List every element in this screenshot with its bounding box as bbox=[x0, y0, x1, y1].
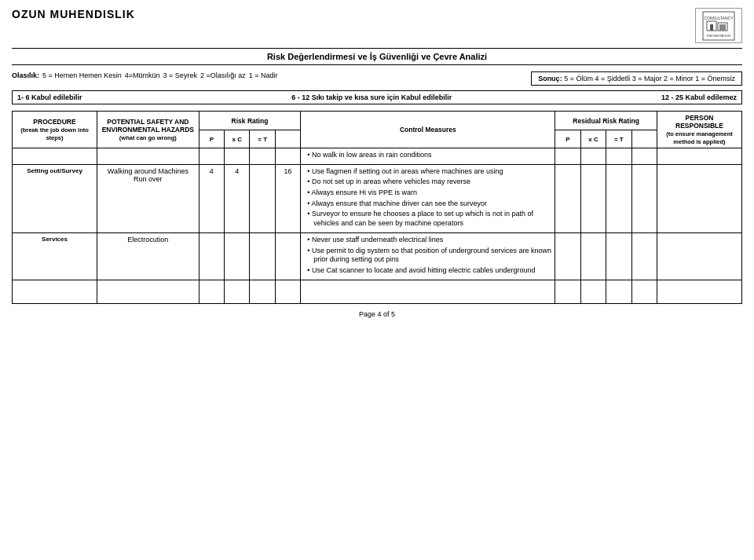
row2-measure-1: Use flagmen if setting out in areas wher… bbox=[304, 167, 551, 177]
svg-rect-5 bbox=[719, 24, 726, 31]
row3-res-x bbox=[580, 232, 606, 280]
sub-header-p2: P bbox=[555, 130, 580, 148]
row3-p bbox=[199, 232, 224, 280]
row1-procedure bbox=[13, 148, 97, 165]
document-title: Risk Değerlendirmesi ve İş Güvenliği ve … bbox=[12, 48, 742, 65]
company-logo: CONSULTANCY PRESENTATION bbox=[695, 8, 742, 43]
row1-c bbox=[250, 148, 275, 165]
row3-x bbox=[225, 232, 250, 280]
prob-item-3: 3 = Seyrek bbox=[163, 71, 197, 79]
row2-person bbox=[657, 164, 741, 232]
prob-item-2: 4=Mümkün bbox=[125, 71, 160, 79]
row2-c bbox=[250, 164, 275, 232]
table-row-empty bbox=[13, 280, 742, 303]
row2-hazard: Walking around MachinesRun over bbox=[97, 164, 199, 232]
table-row: No walk in low areas in rain conditions bbox=[13, 148, 742, 165]
page-header: OZUN MUHENDISLIK CONSULTANCY PRESENTATIO… bbox=[12, 8, 742, 43]
sub-header-x1: x C bbox=[225, 130, 250, 148]
col-header-control-measures: Control Measures bbox=[301, 112, 555, 148]
row1-res-x bbox=[580, 148, 606, 165]
row1-hazard bbox=[97, 148, 199, 165]
row3-measure-1: Never use staff underneath electrical li… bbox=[304, 236, 551, 245]
row3-measure-3: Use Cat scanner to locate and avoid hitt… bbox=[304, 266, 551, 276]
row2-measure-5: Surveyor to ensure he chooses a place to… bbox=[304, 210, 551, 228]
prob-item-5: 1 = Nadir bbox=[249, 71, 278, 79]
row3-person bbox=[657, 232, 741, 280]
page-footer: Page 4 of 5 bbox=[12, 310, 742, 318]
row1-control-measures: No walk in low areas in rain conditions bbox=[301, 148, 555, 165]
row1-x bbox=[225, 148, 250, 165]
svg-rect-3 bbox=[710, 24, 713, 31]
row2-x: 4 bbox=[225, 164, 250, 232]
sub-header-t2 bbox=[631, 130, 657, 148]
row1-res-c bbox=[606, 148, 631, 165]
kabul-item-3: 12 - 25 Kabul edilemez bbox=[661, 93, 737, 101]
row3-res-t bbox=[631, 232, 657, 280]
empty-control bbox=[301, 280, 555, 303]
row2-measure-2: Do not set up in areas where vehicles ma… bbox=[304, 178, 551, 187]
sub-header-c1: = T bbox=[250, 130, 275, 148]
table-row: Services Electrocution Never use staff u… bbox=[13, 232, 742, 280]
sub-header-t1 bbox=[275, 130, 300, 148]
empty-procedure bbox=[13, 280, 97, 303]
col-header-hazard: POTENTIAL SAFETY AND ENVIRONMENTAL HAZAR… bbox=[97, 112, 199, 148]
page-number: Page 4 of 5 bbox=[359, 310, 395, 318]
row3-measure-2: Use permit to dig system so that positio… bbox=[304, 247, 551, 265]
risk-assessment-table: PROCEDURE (break the job down into steps… bbox=[12, 111, 742, 304]
row2-p: 4 bbox=[199, 164, 224, 232]
sub-header-c2: = T bbox=[606, 130, 631, 148]
kabul-item-1: 1- 6 Kabul edilebilir bbox=[17, 93, 82, 101]
row2-t: 16 bbox=[275, 164, 300, 232]
empty-p bbox=[199, 280, 224, 303]
row2-measure-4: Always ensure that machine driver can se… bbox=[304, 199, 551, 209]
row3-hazard: Electrocution bbox=[97, 232, 199, 280]
sonuc-box: Sonuç: 5 = Ölüm 4 = Şiddetli 3 = Major 2… bbox=[531, 71, 742, 86]
sonuc-label: Sonuç: bbox=[538, 75, 562, 82]
empty-c bbox=[250, 280, 275, 303]
probability-row: Olasılık: 5 = Hemen Hemen Kesin 4=Mümkün… bbox=[12, 71, 742, 86]
empty-res-x bbox=[580, 280, 606, 303]
row2-res-x bbox=[580, 164, 606, 232]
row3-t bbox=[275, 232, 300, 280]
row2-procedure: Setting out/Survey bbox=[13, 164, 97, 232]
col-header-person: PERSON RESPONSIBLE (to ensure management… bbox=[657, 112, 741, 148]
svg-text:CONSULTANCY: CONSULTANCY bbox=[704, 16, 734, 20]
row1-res-p bbox=[555, 148, 580, 165]
row3-res-c bbox=[606, 232, 631, 280]
col-header-residual-risk: Residual Risk Rating bbox=[555, 112, 657, 130]
row1-measure-1: No walk in low areas in rain conditions bbox=[304, 151, 551, 160]
row3-control-measures: Never use staff underneath electrical li… bbox=[301, 232, 555, 280]
sub-header-p1: P bbox=[199, 130, 224, 148]
row1-res-t bbox=[631, 148, 657, 165]
row1-t bbox=[275, 148, 300, 165]
row3-procedure: Services bbox=[13, 232, 97, 280]
kabul-row: 1- 6 Kabul edilebilir 6 - 12 Sıkı takip … bbox=[12, 90, 742, 104]
row2-res-c bbox=[606, 164, 631, 232]
col-header-risk-rating: Risk Rating bbox=[199, 112, 301, 130]
empty-res-p bbox=[555, 280, 580, 303]
company-name: OZUN MUHENDISLIK bbox=[12, 8, 135, 20]
row3-c bbox=[250, 232, 275, 280]
table-row: Setting out/Survey Walking around Machin… bbox=[13, 164, 742, 232]
row2-measure-3: Always ensure Hi vis PPE is warn bbox=[304, 188, 551, 198]
empty-x bbox=[225, 280, 250, 303]
row1-p bbox=[199, 148, 224, 165]
row2-control-measures: Use flagmen if setting out in areas wher… bbox=[301, 164, 555, 232]
prob-item-1: 5 = Hemen Hemen Kesin bbox=[42, 71, 122, 79]
empty-person bbox=[657, 280, 741, 303]
row3-res-p bbox=[555, 232, 580, 280]
empty-res-c bbox=[606, 280, 631, 303]
empty-t bbox=[275, 280, 300, 303]
probability-label: Olasılık: bbox=[12, 71, 39, 79]
kabul-item-2: 6 - 12 Sıkı takip ve kısa sure için Kabu… bbox=[291, 93, 452, 101]
col-header-procedure: PROCEDURE (break the job down into steps… bbox=[13, 112, 97, 148]
sonuc-item-1: 5 = Ölüm 4 = Şiddetli 3 = Major 2 = Mino… bbox=[564, 75, 735, 82]
empty-res-t bbox=[631, 280, 657, 303]
row2-res-t bbox=[631, 164, 657, 232]
prob-item-4: 2 =Olasılığı az bbox=[200, 71, 246, 79]
svg-text:PRESENTATION: PRESENTATION bbox=[707, 34, 731, 38]
empty-hazard bbox=[97, 280, 199, 303]
sub-header-x2: x C bbox=[580, 130, 606, 148]
row1-person bbox=[657, 148, 741, 165]
row2-res-p bbox=[555, 164, 580, 232]
